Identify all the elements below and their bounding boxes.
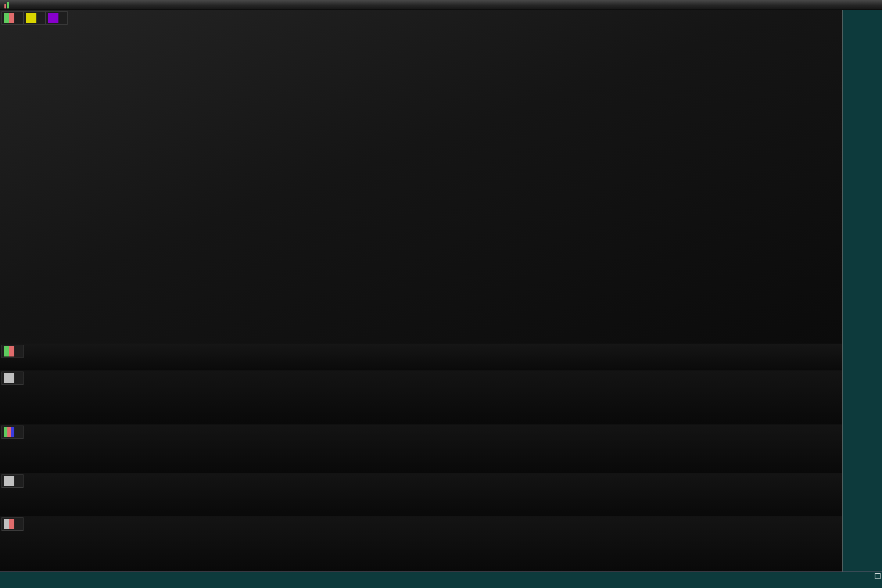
volume-pane-label[interactable]	[2, 345, 24, 358]
time-axis[interactable]	[0, 572, 882, 588]
legend-price-chip[interactable]	[2, 11, 24, 25]
macd-icon	[4, 427, 14, 437]
stochrsi-icon	[4, 476, 14, 486]
candlestick-logo-icon	[4, 1, 9, 9]
axis-corner-handle[interactable]	[874, 573, 880, 579]
legend-sma-chip[interactable]	[24, 11, 46, 25]
trading-app-window	[0, 0, 882, 588]
indicator-legend	[2, 11, 68, 25]
price-series-icon	[4, 13, 14, 23]
sma-series-icon	[26, 13, 36, 23]
chart-canvas[interactable]	[0, 0, 882, 588]
rsi-icon	[4, 373, 14, 383]
legend-bollinger-chip[interactable]	[46, 11, 68, 25]
bollinger-series-icon	[48, 13, 58, 23]
stochastic-icon	[4, 519, 14, 529]
macd-pane-label[interactable]	[2, 426, 24, 439]
rsi-pane-label[interactable]	[2, 372, 24, 385]
stochastic-pane-label[interactable]	[2, 518, 24, 531]
stochrsi-pane-label[interactable]	[2, 474, 24, 488]
volume-icon	[4, 346, 14, 357]
title-bar	[0, 0, 882, 10]
